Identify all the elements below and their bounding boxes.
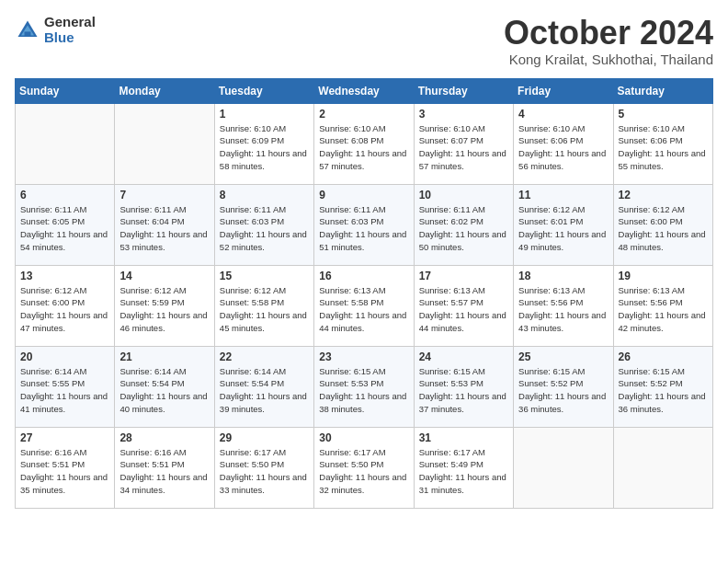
cell-content: Sunrise: 6:11 AM Sunset: 6:05 PM Dayligh… [20, 203, 109, 254]
calendar-cell [514, 427, 613, 508]
day-header-saturday: Saturday [613, 78, 712, 103]
calendar-cell: 27Sunrise: 6:16 AM Sunset: 5:51 PM Dayli… [16, 427, 115, 508]
calendar-cell: 10Sunrise: 6:11 AM Sunset: 6:02 PM Dayli… [414, 184, 513, 265]
day-number: 12 [619, 189, 708, 201]
svg-rect-2 [25, 31, 31, 37]
cell-content: Sunrise: 6:12 AM Sunset: 5:59 PM Dayligh… [119, 284, 209, 335]
calendar-cell: 19Sunrise: 6:13 AM Sunset: 5:56 PM Dayli… [613, 265, 712, 346]
cell-content: Sunrise: 6:14 AM Sunset: 5:54 PM Dayligh… [119, 365, 209, 416]
logo-general: General [44, 15, 96, 30]
day-number: 1 [220, 108, 309, 121]
cell-content: Sunrise: 6:14 AM Sunset: 5:55 PM Dayligh… [20, 365, 109, 416]
cell-content: Sunrise: 6:17 AM Sunset: 5:49 PM Dayligh… [419, 446, 508, 497]
day-number: 25 [518, 350, 608, 363]
day-header-friday: Friday [514, 78, 613, 103]
location-subtitle: Kong Krailat, Sukhothai, Thailand [504, 52, 713, 67]
calendar-cell [16, 103, 115, 184]
day-header-monday: Monday [115, 78, 214, 103]
day-number: 21 [119, 350, 209, 363]
cell-content: Sunrise: 6:17 AM Sunset: 5:50 PM Dayligh… [319, 446, 408, 497]
day-number: 3 [419, 108, 508, 121]
day-number: 18 [518, 270, 608, 282]
day-number: 22 [220, 350, 309, 363]
day-number: 17 [419, 270, 508, 282]
day-number: 16 [319, 270, 408, 282]
calendar-week-row: 27Sunrise: 6:16 AM Sunset: 5:51 PM Dayli… [16, 427, 713, 508]
day-number: 7 [119, 189, 209, 201]
calendar-cell: 31Sunrise: 6:17 AM Sunset: 5:49 PM Dayli… [414, 427, 513, 508]
day-number: 4 [518, 108, 608, 121]
calendar-week-row: 6Sunrise: 6:11 AM Sunset: 6:05 PM Daylig… [16, 184, 713, 265]
day-number: 6 [20, 189, 109, 201]
calendar-week-row: 13Sunrise: 6:12 AM Sunset: 6:00 PM Dayli… [16, 265, 713, 346]
cell-content: Sunrise: 6:15 AM Sunset: 5:53 PM Dayligh… [319, 365, 408, 416]
cell-content: Sunrise: 6:16 AM Sunset: 5:51 PM Dayligh… [20, 446, 109, 497]
cell-content: Sunrise: 6:10 AM Sunset: 6:06 PM Dayligh… [619, 122, 708, 173]
calendar-cell: 14Sunrise: 6:12 AM Sunset: 5:59 PM Dayli… [115, 265, 214, 346]
day-number: 2 [319, 108, 408, 121]
day-number: 8 [220, 189, 309, 201]
calendar-cell: 2Sunrise: 6:10 AM Sunset: 6:08 PM Daylig… [314, 103, 414, 184]
cell-content: Sunrise: 6:12 AM Sunset: 6:00 PM Dayligh… [20, 284, 109, 335]
calendar-table: SundayMondayTuesdayWednesdayThursdayFrid… [15, 78, 713, 509]
cell-content: Sunrise: 6:15 AM Sunset: 5:52 PM Dayligh… [518, 365, 608, 416]
day-number: 27 [20, 431, 109, 444]
logo-icon [15, 17, 40, 43]
calendar-cell: 16Sunrise: 6:13 AM Sunset: 5:58 PM Dayli… [314, 265, 414, 346]
calendar-cell: 20Sunrise: 6:14 AM Sunset: 5:55 PM Dayli… [16, 346, 115, 427]
month-title: October 2024 [504, 15, 713, 52]
calendar-cell: 22Sunrise: 6:14 AM Sunset: 5:54 PM Dayli… [214, 346, 313, 427]
cell-content: Sunrise: 6:12 AM Sunset: 5:58 PM Dayligh… [220, 284, 309, 335]
cell-content: Sunrise: 6:17 AM Sunset: 5:50 PM Dayligh… [220, 446, 309, 497]
page-header: General Blue October 2024 Kong Krailat, … [15, 15, 713, 67]
cell-content: Sunrise: 6:16 AM Sunset: 5:51 PM Dayligh… [119, 446, 209, 497]
cell-content: Sunrise: 6:11 AM Sunset: 6:02 PM Dayligh… [419, 203, 508, 254]
cell-content: Sunrise: 6:10 AM Sunset: 6:09 PM Dayligh… [220, 122, 309, 173]
day-number: 19 [619, 270, 708, 282]
calendar-cell: 8Sunrise: 6:11 AM Sunset: 6:03 PM Daylig… [214, 184, 313, 265]
calendar-cell: 26Sunrise: 6:15 AM Sunset: 5:52 PM Dayli… [613, 346, 712, 427]
calendar-cell [115, 103, 214, 184]
calendar-cell: 23Sunrise: 6:15 AM Sunset: 5:53 PM Dayli… [314, 346, 414, 427]
calendar-cell: 15Sunrise: 6:12 AM Sunset: 5:58 PM Dayli… [214, 265, 313, 346]
calendar-cell: 7Sunrise: 6:11 AM Sunset: 6:04 PM Daylig… [115, 184, 214, 265]
calendar-cell: 25Sunrise: 6:15 AM Sunset: 5:52 PM Dayli… [514, 346, 613, 427]
day-number: 23 [319, 350, 408, 363]
day-header-tuesday: Tuesday [214, 78, 313, 103]
cell-content: Sunrise: 6:13 AM Sunset: 5:56 PM Dayligh… [518, 284, 608, 335]
cell-content: Sunrise: 6:15 AM Sunset: 5:52 PM Dayligh… [619, 365, 708, 416]
logo-text: General Blue [44, 15, 96, 45]
cell-content: Sunrise: 6:10 AM Sunset: 6:06 PM Dayligh… [518, 122, 608, 173]
calendar-cell: 6Sunrise: 6:11 AM Sunset: 6:05 PM Daylig… [16, 184, 115, 265]
day-number: 11 [518, 189, 608, 201]
cell-content: Sunrise: 6:13 AM Sunset: 5:56 PM Dayligh… [619, 284, 708, 335]
day-number: 15 [220, 270, 309, 282]
calendar-cell: 17Sunrise: 6:13 AM Sunset: 5:57 PM Dayli… [414, 265, 513, 346]
day-number: 30 [319, 431, 408, 444]
cell-content: Sunrise: 6:14 AM Sunset: 5:54 PM Dayligh… [220, 365, 309, 416]
cell-content: Sunrise: 6:10 AM Sunset: 6:08 PM Dayligh… [319, 122, 408, 173]
day-number: 28 [119, 431, 209, 444]
calendar-cell: 12Sunrise: 6:12 AM Sunset: 6:00 PM Dayli… [613, 184, 712, 265]
day-number: 24 [419, 350, 508, 363]
cell-content: Sunrise: 6:11 AM Sunset: 6:03 PM Dayligh… [220, 203, 309, 254]
title-block: October 2024 Kong Krailat, Sukhothai, Th… [504, 15, 713, 67]
calendar-cell: 18Sunrise: 6:13 AM Sunset: 5:56 PM Dayli… [514, 265, 613, 346]
calendar-cell: 1Sunrise: 6:10 AM Sunset: 6:09 PM Daylig… [214, 103, 313, 184]
calendar-cell: 5Sunrise: 6:10 AM Sunset: 6:06 PM Daylig… [613, 103, 712, 184]
cell-content: Sunrise: 6:12 AM Sunset: 6:01 PM Dayligh… [518, 203, 608, 254]
calendar-cell: 11Sunrise: 6:12 AM Sunset: 6:01 PM Dayli… [514, 184, 613, 265]
cell-content: Sunrise: 6:13 AM Sunset: 5:57 PM Dayligh… [419, 284, 508, 335]
cell-content: Sunrise: 6:13 AM Sunset: 5:58 PM Dayligh… [319, 284, 408, 335]
calendar-cell: 3Sunrise: 6:10 AM Sunset: 6:07 PM Daylig… [414, 103, 513, 184]
day-number: 10 [419, 189, 508, 201]
cell-content: Sunrise: 6:11 AM Sunset: 6:04 PM Dayligh… [119, 203, 209, 254]
day-number: 13 [20, 270, 109, 282]
calendar-cell: 21Sunrise: 6:14 AM Sunset: 5:54 PM Dayli… [115, 346, 214, 427]
calendar-week-row: 1Sunrise: 6:10 AM Sunset: 6:09 PM Daylig… [16, 103, 713, 184]
cell-content: Sunrise: 6:12 AM Sunset: 6:00 PM Dayligh… [619, 203, 708, 254]
day-number: 26 [619, 350, 708, 363]
cell-content: Sunrise: 6:10 AM Sunset: 6:07 PM Dayligh… [419, 122, 508, 173]
cell-content: Sunrise: 6:15 AM Sunset: 5:53 PM Dayligh… [419, 365, 508, 416]
calendar-cell [613, 427, 712, 508]
